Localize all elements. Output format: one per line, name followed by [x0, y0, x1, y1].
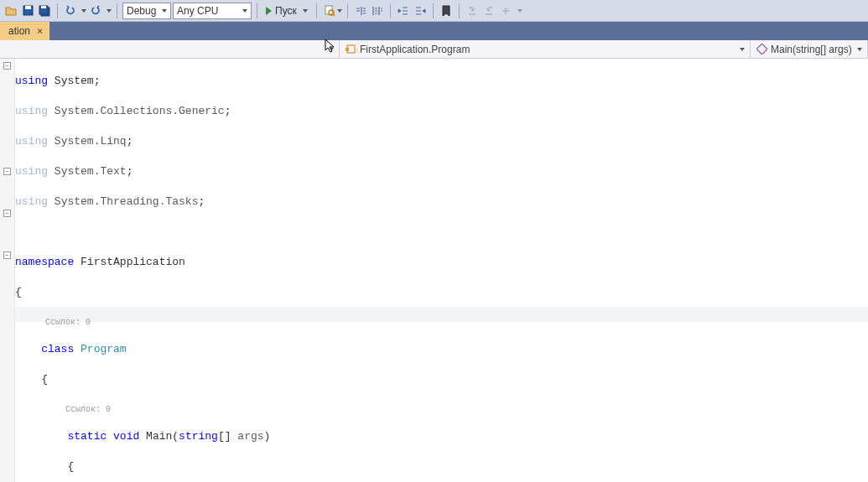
- svg-rect-4: [41, 6, 46, 8]
- fold-toggle[interactable]: −: [3, 251, 11, 259]
- open-folder-icon[interactable]: [3, 3, 18, 18]
- bookmark-icon[interactable]: [439, 3, 454, 18]
- codelens-references[interactable]: Ссылок: 0: [65, 405, 111, 414]
- combo-value: Main(string[] args): [771, 44, 852, 55]
- save-icon[interactable]: [20, 3, 35, 18]
- solution-config-combo[interactable]: Debug: [122, 3, 171, 19]
- separator: [459, 3, 460, 18]
- nav-member-combo[interactable]: Main(string[] args): [751, 40, 868, 58]
- start-debug-button[interactable]: Пуск: [262, 3, 311, 19]
- find-in-files-icon[interactable]: [322, 3, 337, 18]
- chevron-down-icon[interactable]: [337, 9, 342, 13]
- separator: [57, 3, 58, 18]
- chevron-down-icon: [242, 9, 247, 13]
- separator: [433, 3, 434, 18]
- chevron-down-icon[interactable]: [81, 9, 86, 13]
- code-editor[interactable]: − − − − using System; using System.Colle…: [0, 59, 868, 482]
- comment-icon[interactable]: [353, 3, 368, 18]
- separator: [316, 3, 317, 18]
- play-icon: [266, 7, 272, 15]
- separator: [257, 3, 257, 18]
- combo-value: Debug: [127, 5, 156, 17]
- code-content: using System; using System.Collections.G…: [15, 59, 270, 482]
- start-label: Пуск: [275, 5, 297, 17]
- nav-project-combo[interactable]: [0, 40, 340, 58]
- svg-line-7: [333, 14, 335, 16]
- indent-left-icon[interactable]: [396, 3, 411, 18]
- chevron-down-icon: [857, 48, 862, 51]
- chevron-down-icon: [740, 48, 745, 51]
- document-tab-strip: ation ×: [0, 22, 868, 40]
- chevron-down-icon[interactable]: [517, 9, 522, 13]
- redo-button[interactable]: [88, 3, 112, 18]
- svg-rect-1: [25, 6, 31, 9]
- uncomment-icon[interactable]: [370, 3, 385, 18]
- step-over-icon[interactable]: [481, 3, 496, 18]
- method-icon: [756, 44, 767, 55]
- chevron-down-icon[interactable]: [107, 9, 112, 13]
- navigation-bar: FirstApplication.Program Main(string[] a…: [0, 40, 868, 59]
- editor-gutter: − − − −: [0, 59, 15, 482]
- fold-toggle[interactable]: −: [3, 168, 11, 175]
- close-icon[interactable]: ×: [34, 25, 46, 37]
- separator: [390, 3, 391, 18]
- nav-class-combo[interactable]: FirstApplication.Program: [340, 40, 751, 58]
- combo-value: FirstApplication.Program: [360, 44, 470, 55]
- separator: [347, 3, 348, 18]
- combo-value: Any CPU: [177, 5, 218, 17]
- save-all-icon[interactable]: [37, 3, 52, 18]
- indent-right-icon[interactable]: [413, 3, 428, 18]
- svg-rect-9: [346, 48, 349, 51]
- class-icon: [345, 44, 356, 55]
- main-toolbar: Debug Any CPU Пуск: [0, 0, 868, 22]
- codelens-references[interactable]: Ссылок: 0: [45, 318, 91, 327]
- chevron-down-icon: [329, 48, 334, 51]
- step-into-icon[interactable]: [465, 3, 480, 18]
- tab-title: ation: [8, 25, 30, 37]
- step-out-icon[interactable]: [498, 3, 513, 18]
- document-tab-active[interactable]: ation ×: [0, 22, 49, 40]
- solution-platform-combo[interactable]: Any CPU: [173, 3, 252, 19]
- chevron-down-icon[interactable]: [303, 9, 308, 13]
- undo-button[interactable]: [63, 3, 86, 18]
- fold-toggle[interactable]: −: [3, 210, 11, 217]
- chevron-down-icon: [162, 9, 167, 13]
- svg-rect-10: [756, 44, 767, 54]
- fold-toggle[interactable]: −: [3, 62, 11, 70]
- separator: [117, 3, 117, 18]
